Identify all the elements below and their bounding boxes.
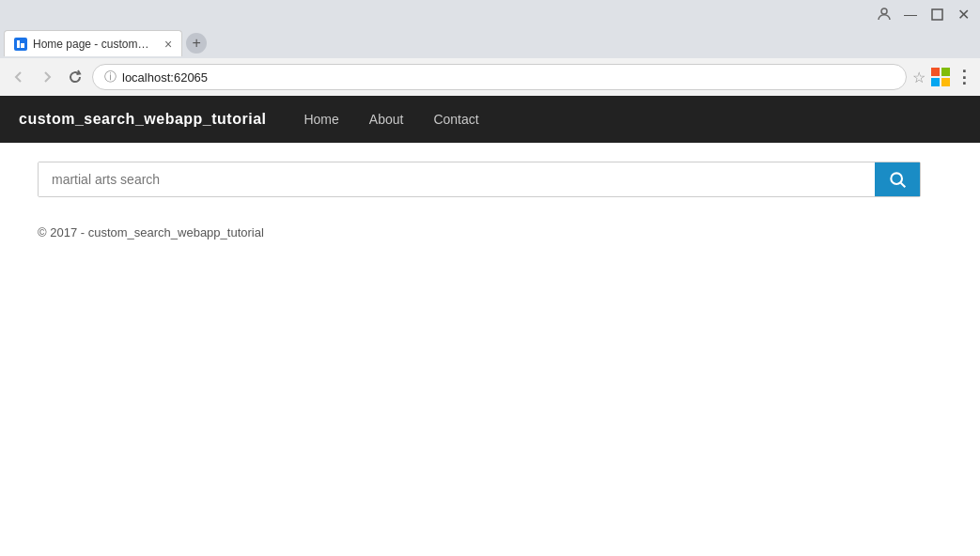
windows-icon-blue [931, 78, 940, 86]
user-icon[interactable] [875, 5, 894, 23]
nav-link-contact[interactable]: Contact [418, 99, 493, 140]
svg-line-5 [901, 183, 906, 188]
lock-icon: ⓘ [104, 69, 117, 85]
svg-point-0 [881, 8, 887, 14]
search-container [38, 162, 921, 197]
search-button[interactable] [875, 162, 920, 196]
windows-icon-red [931, 68, 940, 76]
back-button[interactable] [8, 66, 30, 88]
svg-rect-1 [932, 9, 942, 20]
address-bar[interactable]: ⓘ localhost:62065 [92, 64, 907, 90]
title-bar-controls: — ✕ [875, 5, 972, 23]
main-content: © 2017 - custom_search_webapp_tutorial [0, 143, 980, 258]
windows-icon-green [941, 68, 950, 76]
browser-tab[interactable]: Home page - custom_se × [4, 30, 182, 56]
tab-title: Home page - custom_se [33, 38, 155, 51]
nav-link-home[interactable]: Home [288, 99, 353, 140]
search-input[interactable] [39, 162, 875, 196]
navbar: custom_search_webapp_tutorial Home About… [0, 96, 980, 143]
navbar-brand[interactable]: custom_search_webapp_tutorial [19, 111, 266, 128]
search-icon [888, 170, 907, 189]
browser-chrome: — ✕ Home page - custom_se × + [0, 0, 980, 96]
address-text: localhost:62065 [122, 70, 208, 85]
tab-bar: Home page - custom_se × + [0, 28, 980, 58]
new-tab-button[interactable]: + [186, 33, 207, 54]
windows-icon[interactable] [931, 68, 950, 86]
svg-rect-2 [17, 40, 20, 48]
tab-favicon [14, 38, 27, 51]
restore-button[interactable] [927, 5, 946, 23]
windows-icon-yellow [941, 78, 950, 86]
svg-point-4 [891, 173, 902, 184]
minimize-button[interactable]: — [901, 5, 920, 23]
bookmark-icon[interactable]: ☆ [912, 69, 926, 86]
address-bar-actions: ☆ ⋮ [912, 67, 972, 87]
footer-text: © 2017 - custom_search_webapp_tutorial [38, 225, 942, 239]
refresh-button[interactable] [64, 66, 86, 88]
forward-button[interactable] [36, 66, 58, 88]
title-bar: — ✕ [0, 0, 980, 28]
nav-link-about[interactable]: About [354, 99, 419, 140]
browser-menu-button[interactable]: ⋮ [956, 67, 972, 87]
address-bar-row: ⓘ localhost:62065 ☆ ⋮ [0, 58, 980, 96]
svg-rect-3 [21, 43, 24, 48]
tab-close-button[interactable]: × [164, 37, 172, 52]
close-button[interactable]: ✕ [954, 5, 972, 23]
